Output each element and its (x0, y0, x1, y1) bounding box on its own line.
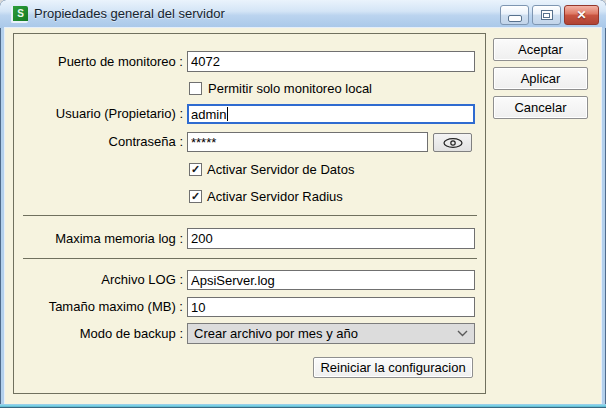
app-icon-letter: S (17, 9, 24, 19)
permitir-label: Permitir solo monitoreo local (208, 81, 372, 96)
minimize-icon (508, 15, 522, 22)
activar-datos-checkbox[interactable]: ✓ (189, 163, 202, 176)
aceptar-button[interactable]: Aceptar (493, 38, 588, 61)
usuario-input[interactable]: admin (187, 104, 475, 124)
tamano-input[interactable] (187, 297, 475, 317)
window-bottom-edge (0, 404, 606, 408)
window-title: Propiedades general del servidor (34, 0, 225, 28)
show-password-button[interactable] (433, 133, 472, 152)
titlebar[interactable]: S Propiedades general del servidor ✕ (0, 0, 606, 28)
tamano-label: Tamaño maximo (MB) : (15, 297, 183, 317)
contrasena-input[interactable] (187, 132, 428, 152)
modo-label: Modo de backup : (15, 323, 183, 344)
chevron-down-icon (457, 330, 468, 337)
separator-bottom (23, 258, 477, 259)
maxima-input[interactable] (187, 228, 475, 249)
reiniciar-button[interactable]: Reiniciar la configuracion (313, 357, 473, 378)
window-controls: ✕ (500, 5, 599, 25)
archivo-label: Archivo LOG : (15, 270, 183, 290)
aplicar-button[interactable]: Aplicar (493, 67, 588, 90)
puerto-label: Puerto de monitoreo : (15, 51, 183, 72)
puerto-input[interactable] (187, 51, 475, 72)
permitir-checkbox[interactable] (189, 82, 202, 95)
activar-datos-label: Activar Servidor de Datos (207, 162, 354, 177)
minimize-button[interactable] (500, 5, 529, 25)
usuario-label: Usuario (Propietario) : (15, 104, 183, 124)
separator-top (23, 215, 477, 216)
eye-icon (442, 137, 464, 149)
close-button[interactable]: ✕ (564, 5, 599, 25)
modo-backup-select[interactable]: Crear archivo por mes y año (187, 323, 475, 344)
activar-radius-label: Activar Servidor Radius (207, 189, 343, 204)
maximize-icon (541, 10, 553, 20)
maxima-label: Maxima memoria log : (15, 228, 183, 249)
contrasena-label: Contraseña : (15, 132, 183, 152)
close-icon: ✕ (576, 6, 586, 24)
text-caret (227, 107, 228, 121)
usuario-value: admin (191, 107, 226, 122)
archivo-input[interactable] (187, 270, 475, 290)
app-icon: S (11, 6, 28, 23)
activar-radius-checkbox[interactable]: ✓ (189, 190, 202, 203)
dialog-window: S Propiedades general del servidor ✕ Pue… (0, 0, 606, 408)
modo-backup-value: Crear archivo por mes y año (194, 326, 358, 341)
maximize-button[interactable] (532, 5, 561, 25)
cancelar-button[interactable]: Cancelar (493, 96, 588, 119)
